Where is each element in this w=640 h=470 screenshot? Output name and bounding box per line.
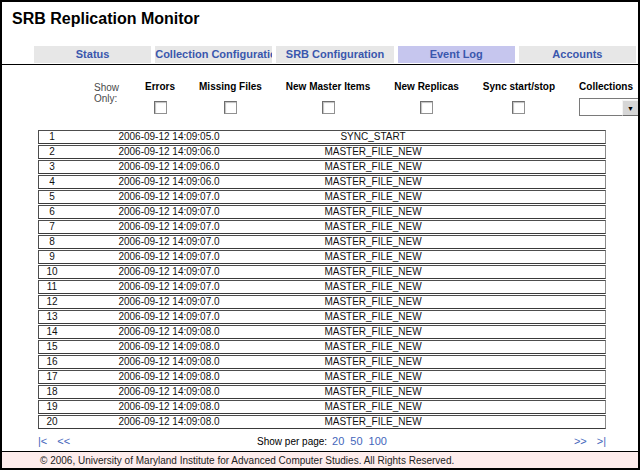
filter-errors-label: Errors [145,81,175,92]
row-event-type-cell: MASTER_FILE_NEW [273,341,473,353]
row-event-type-cell: MASTER_FILE_NEW [273,161,473,173]
table-row: 13 2006-09-12 14:09:07.0 MASTER_FILE_NEW [38,310,606,324]
row-number-cell: 12 [39,296,65,308]
row-timestamp-cell: 2006-09-12 14:09:07.0 [65,296,273,308]
row-number-cell: 3 [39,161,65,173]
table-row: 20 2006-09-12 14:09:08.0 MASTER_FILE_NEW [38,415,606,429]
row-filler-cell [473,326,605,338]
row-timestamp-cell: 2006-09-12 14:09:07.0 [65,221,273,233]
row-number-cell: 13 [39,311,65,323]
row-timestamp-cell: 2006-09-12 14:09:06.0 [65,161,273,173]
dropdown-arrow-icon[interactable]: ▼ [622,100,639,116]
row-timestamp-cell: 2006-09-12 14:09:07.0 [65,236,273,248]
row-number-cell: 10 [39,266,65,278]
row-number-cell: 14 [39,326,65,338]
page-size-selector: Show per page: 20 50 100 [257,435,387,447]
row-number-cell: 9 [39,251,65,263]
row-filler-cell [473,146,605,158]
last-page-link[interactable]: >| [597,435,606,447]
row-filler-cell [473,371,605,383]
row-timestamp-cell: 2006-09-12 14:09:08.0 [65,401,273,413]
row-number-cell: 7 [39,221,65,233]
row-filler-cell [473,386,605,398]
filter-missing-files: Missing Files [199,81,262,114]
table-row: 3 2006-09-12 14:09:06.0 MASTER_FILE_NEW [38,160,606,174]
row-timestamp-cell: 2006-09-12 14:09:08.0 [65,326,273,338]
table-row: 1 2006-09-12 14:09:05.0 SYNC_START [38,130,606,144]
row-event-type-cell: MASTER_FILE_NEW [273,371,473,383]
row-filler-cell [473,401,605,413]
row-number-cell: 19 [39,401,65,413]
filter-missing-files-label: Missing Files [199,81,262,92]
page-size-100-link[interactable]: 100 [369,435,387,447]
table-row: 14 2006-09-12 14:09:08.0 MASTER_FILE_NEW [38,325,606,339]
row-timestamp-cell: 2006-09-12 14:09:07.0 [65,191,273,203]
page-size-50-link[interactable]: 50 [350,435,362,447]
row-filler-cell [473,221,605,233]
collections-dropdown[interactable]: ▼ [579,98,640,116]
table-row: 16 2006-09-12 14:09:08.0 MASTER_FILE_NEW [38,355,606,369]
next-page-link[interactable]: >> [574,435,587,447]
row-timestamp-cell: 2006-09-12 14:09:07.0 [65,251,273,263]
show-only-label: Show Only: [94,81,119,104]
filter-missing-files-checkbox[interactable] [224,101,237,114]
row-event-type-cell: MASTER_FILE_NEW [273,176,473,188]
row-filler-cell [473,251,605,263]
row-timestamp-cell: 2006-09-12 14:09:07.0 [65,206,273,218]
tab-accounts[interactable]: Accounts [519,46,636,63]
row-filler-cell [473,281,605,293]
row-filler-cell [473,311,605,323]
tab-event-log[interactable]: Event Log [398,46,515,63]
table-row: 4 2006-09-12 14:09:06.0 MASTER_FILE_NEW [38,175,606,189]
row-number-cell: 17 [39,371,65,383]
row-number-cell: 18 [39,386,65,398]
filter-errors-checkbox[interactable] [154,101,167,114]
row-filler-cell [473,296,605,308]
filter-new-replicas-checkbox[interactable] [420,101,433,114]
filter-new-replicas-label: New Replicas [394,81,458,92]
row-filler-cell [473,266,605,278]
row-event-type-cell: MASTER_FILE_NEW [273,386,473,398]
row-filler-cell [473,206,605,218]
page-size-20-link[interactable]: 20 [332,435,344,447]
tab-collection-configuration[interactable]: Collection Configuration [155,46,272,63]
table-row: 9 2006-09-12 14:09:07.0 MASTER_FILE_NEW [38,250,606,264]
table-row: 2 2006-09-12 14:09:06.0 MASTER_FILE_NEW [38,145,606,159]
previous-page-link[interactable]: << [57,435,70,447]
first-page-link[interactable]: |< [38,435,47,447]
srb-replication-monitor-page: SRB Replication Monitor Status Collectio… [0,0,640,470]
row-event-type-cell: MASTER_FILE_NEW [273,401,473,413]
tab-srb-configuration[interactable]: SRB Configuration [276,46,393,63]
row-timestamp-cell: 2006-09-12 14:09:07.0 [65,281,273,293]
table-row: 10 2006-09-12 14:09:07.0 MASTER_FILE_NEW [38,265,606,279]
row-event-type-cell: MASTER_FILE_NEW [273,311,473,323]
row-event-type-cell: MASTER_FILE_NEW [273,221,473,233]
row-timestamp-cell: 2006-09-12 14:09:08.0 [65,341,273,353]
row-number-cell: 1 [39,131,65,143]
page-title: SRB Replication Monitor [12,10,638,28]
row-filler-cell [473,341,605,353]
row-event-type-cell: MASTER_FILE_NEW [273,326,473,338]
row-filler-cell [473,161,605,173]
row-event-type-cell: MASTER_FILE_NEW [273,236,473,248]
row-number-cell: 11 [39,281,65,293]
table-row: 17 2006-09-12 14:09:08.0 MASTER_FILE_NEW [38,370,606,384]
row-timestamp-cell: 2006-09-12 14:09:08.0 [65,386,273,398]
pagination-bar: |< << Show per page: 20 50 100 >> >| [38,435,606,447]
table-row: 18 2006-09-12 14:09:08.0 MASTER_FILE_NEW [38,385,606,399]
filter-sync-start-stop: Sync start/stop [483,81,555,114]
filter-errors: Errors [145,81,175,114]
filter-sync-start-stop-checkbox[interactable] [512,101,525,114]
row-timestamp-cell: 2006-09-12 14:09:06.0 [65,146,273,158]
filter-row: Show Only: Errors Missing Files New Mast… [2,65,638,116]
table-row: 6 2006-09-12 14:09:07.0 MASTER_FILE_NEW [38,205,606,219]
filter-new-master-items-checkbox[interactable] [322,101,335,114]
row-timestamp-cell: 2006-09-12 14:09:07.0 [65,266,273,278]
row-number-cell: 2 [39,146,65,158]
row-number-cell: 6 [39,206,65,218]
table-row: 12 2006-09-12 14:09:07.0 MASTER_FILE_NEW [38,295,606,309]
tab-status[interactable]: Status [34,46,151,63]
row-event-type-cell: MASTER_FILE_NEW [273,206,473,218]
row-event-type-cell: MASTER_FILE_NEW [273,266,473,278]
collections-label: Collections [579,81,633,92]
